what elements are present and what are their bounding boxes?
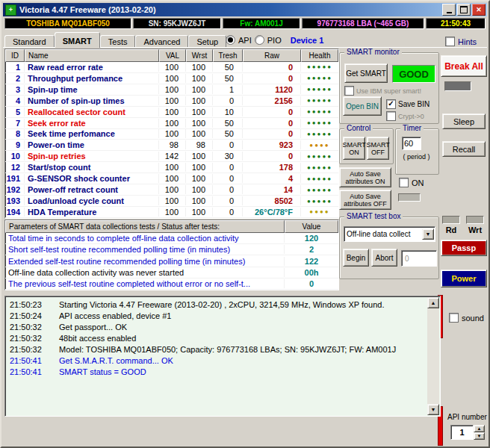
test-select-dropdown[interactable]: Off-line data collect ▼ [344,226,435,242]
spinner-up-icon[interactable]: ▲ [474,425,485,432]
log-text: Starting Victoria 4.47 Freeware (2013-02… [59,300,385,309]
smart-on-button[interactable]: SMART ON [343,137,365,160]
header-tresh[interactable]: Tresh [213,49,243,62]
smart-cell-name: HDA Temperature [25,208,159,217]
smart-cell-name: Seek time perfomance [25,129,159,138]
smart-cell-tresh: 0 [213,196,243,205]
smart-cell-tresh: 0 [213,208,243,217]
header-value[interactable]: Value [285,220,338,233]
tab-setup[interactable]: Setup [188,35,226,48]
smart-cell-wrst: 100 [186,174,213,183]
smart-row[interactable]: 1Raw read error rate100100500●●●●● [5,62,338,73]
log-time: 21:50:24 [10,311,49,320]
log-scrollbar[interactable]: ▲ ▼ [427,297,439,415]
smart-cell-raw: 923 [243,140,301,149]
titlebar[interactable]: + Victoria 4.47 Freeware (2013-02-20) ✕ [3,3,487,16]
maximize-button[interactable] [457,4,471,16]
sleep-button[interactable]: Sleep [442,113,486,129]
tab-advanced[interactable]: Advanced [135,35,188,48]
smart-row[interactable]: 10Spin-up retries142100300●●●●● [5,151,338,162]
auto-save-off-button[interactable]: Auto Save attributes OFF [339,190,391,210]
smart-health-dots: ●●●●● [301,97,338,104]
device-label[interactable]: Device 1 [291,36,324,45]
save-bin-row[interactable]: Save BIN [386,99,429,109]
smart-cell-id: 193 [5,196,25,205]
smart-row[interactable]: 193Load/unload cycle count10010008502●●●… [5,196,338,207]
params-cell-text: Total time in seconds to complete off-li… [5,234,285,243]
sound-toggle[interactable]: sound [449,313,484,323]
smart-row[interactable]: 9Power-on time98980923●●●● [5,140,338,151]
get-smart-button[interactable]: Get SMART [344,63,388,83]
params-cell-value: 120 [285,234,338,243]
drive-info-bar: TOSHIBA MQ01ABF050 SN: 95KJWZ6JT Fw: AM0… [4,18,486,29]
smart-row[interactable]: 194HDA Temperature100100026°C/78°F●●●● [5,207,338,218]
smart-cell-raw: 0 [243,152,301,161]
header-params[interactable]: Parameters of SMART data collections tes… [5,220,285,233]
passport-button[interactable]: Passp [441,240,487,256]
tab-tests[interactable]: Tests [100,35,136,48]
params-row[interactable]: The previous self-test routine completed… [5,279,338,290]
header-id[interactable]: ID [5,49,25,62]
header-wrst[interactable]: Wrst [186,49,213,62]
smart-row[interactable]: 8Seek time perfomance100100500●●●●● [5,129,338,140]
log-area[interactable]: 21:50:23Starting Victoria 4.47 Freeware … [4,296,441,417]
log-time: 21:50:41 [10,367,49,376]
smart-table-body: 1Raw read error rate100100500●●●●●2Throu… [5,62,338,218]
minimize-button[interactable] [442,4,456,16]
smart-cell-tresh: 30 [213,152,243,161]
timer-input[interactable] [402,137,421,150]
power-button[interactable]: Power [441,270,487,287]
auto-save-on-button[interactable]: Auto Save attributes ON [339,167,391,187]
log-lines: 21:50:23Starting Victoria 4.47 Freeware … [7,299,426,414]
hints-toggle[interactable]: Hints [445,37,477,46]
smart-row[interactable]: 7Seek error rate100100500●●●●● [5,118,338,129]
params-cell-text: Extended self-test routine recommended p… [5,257,285,266]
crypt-label: Crypt->0 [398,113,424,120]
hints-checkbox[interactable] [445,37,455,46]
smart-cell-id: 4 [5,96,25,105]
smart-row[interactable]: 5Reallocated sector count100100100●●●●● [5,107,338,118]
smart-row[interactable]: 4Number of spin-up times10010002156●●●●● [5,96,338,107]
header-name[interactable]: Name [25,49,159,62]
timer-on-checkbox[interactable] [399,178,409,187]
smart-row[interactable]: 192Power-off retract count100100014●●●●● [5,184,338,196]
scroll-up-icon[interactable]: ▲ [427,297,439,308]
smart-off-button[interactable]: SMART OFF [367,137,389,160]
break-all-button[interactable]: Break All [441,55,487,77]
params-row[interactable]: Off-line data collection activity was ne… [5,267,338,279]
params-row[interactable]: Short self-test routine recommended poll… [5,244,338,255]
open-bin-button[interactable]: Open BIN [343,96,382,116]
header-raw[interactable]: Raw [243,49,301,62]
log-text: SMART status = GOOD [59,367,146,376]
sound-checkbox[interactable] [449,313,459,323]
smart-cell-val: 100 [159,174,186,183]
timer-on-toggle[interactable]: ON [399,178,424,187]
log-line: 21:50:32Model: TOSHIBA MQ01ABF050; Capac… [7,343,426,355]
smart-cell-val: 100 [159,196,186,205]
params-row[interactable]: Total time in seconds to complete off-li… [5,233,338,244]
api-radio[interactable] [226,35,235,45]
smart-row[interactable]: 191G-SENSOR shock counter10010004●●●●● [5,173,338,184]
params-row[interactable]: Extended self-test routine recommended p… [5,255,338,267]
scroll-down-icon[interactable]: ▼ [427,404,439,415]
smart-cell-wrst: 100 [186,63,213,72]
recall-button[interactable]: Recall [442,141,486,157]
save-bin-checkbox[interactable] [386,99,396,109]
pio-radio[interactable] [255,35,264,45]
abort-button[interactable]: Abort [371,249,397,267]
begin-button[interactable]: Begin [343,249,369,267]
smart-row[interactable]: 12Start/stop count1001000178●●●●● [5,162,338,173]
smart-row[interactable]: 2Throughput perfomance100100500●●●●● [5,73,338,84]
tab-standard[interactable]: Standard [4,35,55,48]
tab-smart[interactable]: SMART [55,32,100,48]
timer-indicator-bar [398,193,421,202]
close-button[interactable]: ✕ [472,4,486,16]
chevron-down-icon[interactable]: ▼ [422,228,434,240]
log-text: 48bit access enabled [59,334,136,343]
api-number-stepper[interactable]: 1 ▲ ▼ [450,425,485,440]
spinner-down-icon[interactable]: ▼ [474,432,485,440]
smart-cell-wrst: 100 [186,74,213,83]
header-health[interactable]: Health [301,49,338,62]
header-val[interactable]: VAL [159,49,186,62]
smart-row[interactable]: 3Spin-up time10010011120●●●●● [5,84,338,96]
